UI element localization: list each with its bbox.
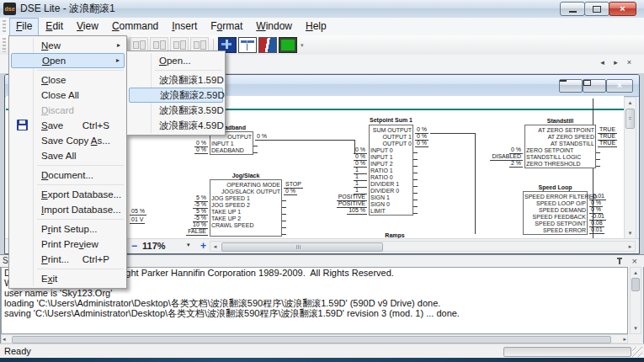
file-menu-item-save-all[interactable]: Save All bbox=[11, 148, 125, 163]
scroll-left-icon[interactable]: ◂ bbox=[3, 335, 6, 343]
open-submenu-item-2-59d[interactable]: 波浪翻滚2.59D bbox=[129, 88, 223, 103]
file-menu-item-document[interactable]: Document... bbox=[11, 168, 125, 183]
menubar-item-command[interactable]: Command bbox=[105, 18, 165, 35]
file-menu-item-new[interactable]: New▸ bbox=[11, 38, 125, 53]
block-param-value[interactable]: 0 % bbox=[255, 133, 269, 141]
file-menu-item-print-preview[interactable]: Print Preview bbox=[11, 237, 125, 252]
file-menu: New▸Open▸CloseClose AllDiscardSaveCtrl+S… bbox=[8, 35, 127, 289]
scroll-right-icon[interactable]: ▸ bbox=[623, 335, 626, 343]
block-row-label: INPUT 0 bbox=[370, 147, 412, 154]
block-row-label: SPEED ERROR bbox=[524, 227, 586, 234]
open-submenu-item-3-59d[interactable]: 波浪翻滚3.59D bbox=[129, 103, 223, 118]
connector-tick bbox=[596, 152, 600, 153]
document-close-button[interactable]: × bbox=[606, 79, 633, 93]
file-menu-item-export-database[interactable]: Export Database... bbox=[11, 187, 125, 202]
window-titlebar: dse DSE Lite - 波浪翻滚1 × bbox=[0, 0, 644, 19]
language-flag-icon[interactable] bbox=[258, 37, 277, 53]
output-horizontal-scrollbar[interactable]: ◂ ▸ bbox=[1, 334, 628, 343]
block-param-value[interactable]: 0 % bbox=[415, 140, 428, 147]
block-title-jog-slack: Jog/Slack bbox=[191, 172, 301, 179]
zoom-level[interactable]: 117% bbox=[142, 240, 166, 252]
connector-tick bbox=[413, 206, 418, 207]
toolbar-gripper[interactable] bbox=[3, 38, 6, 52]
connector-tick bbox=[282, 200, 286, 201]
connector-tick bbox=[282, 207, 286, 208]
close-icon: × bbox=[617, 81, 622, 90]
block-param-value[interactable]: TRUE bbox=[598, 140, 617, 147]
monitor-online-icon[interactable] bbox=[279, 37, 297, 53]
block-row-label: CRAWL SPEED bbox=[211, 222, 280, 229]
horizontal-scroll-thumb[interactable] bbox=[221, 242, 383, 252]
document-restore-button[interactable] bbox=[583, 79, 606, 93]
file-menu-item-exit[interactable]: Exit bbox=[11, 271, 125, 286]
scroll-up-icon[interactable]: ▴ bbox=[625, 98, 636, 108]
file-menu-item-import-database[interactable]: Import Database... bbox=[11, 202, 125, 217]
horizontal-scroll-thumb[interactable] bbox=[12, 336, 611, 343]
file-menu-item-print[interactable]: Print...Ctrl+P bbox=[11, 252, 125, 267]
zoom-in-button[interactable]: + bbox=[198, 240, 209, 252]
scroll-right-icon[interactable]: ▸ bbox=[625, 242, 635, 251]
scroll-down-icon[interactable]: ▾ bbox=[625, 228, 636, 238]
file-menu-label: Import Database... bbox=[41, 205, 121, 215]
minimize-button[interactable] bbox=[560, 2, 585, 16]
menubar-item-insert[interactable]: Insert bbox=[165, 18, 204, 35]
database-table-icon[interactable] bbox=[238, 37, 257, 53]
scroll-down-icon[interactable]: ▾ bbox=[631, 323, 641, 333]
mdi-close-document-icon[interactable]: × bbox=[625, 58, 634, 67]
block-row-label: RATIO 0 bbox=[370, 174, 412, 181]
document-horizontal-scrollbar[interactable]: ◂ ▸ bbox=[210, 241, 636, 252]
document-vertical-scrollbar[interactable]: ▴ ▾ bbox=[624, 97, 636, 239]
scroll-left-icon[interactable]: ◂ bbox=[210, 242, 220, 251]
block-param-value[interactable]: 0.01 bbox=[589, 226, 604, 234]
block-row-label: DIVIDER 0 bbox=[370, 188, 412, 194]
menubar-item-help[interactable]: Help bbox=[299, 18, 333, 35]
open-submenu-item-open[interactable]: Open... bbox=[129, 53, 223, 68]
menubar-gripper[interactable] bbox=[3, 20, 6, 33]
menubar-item-format[interactable]: Format bbox=[204, 18, 249, 35]
maximize-icon bbox=[593, 6, 601, 13]
toolbar-separator bbox=[213, 39, 214, 51]
menubar-item-window[interactable]: Window bbox=[249, 18, 299, 35]
vertical-scroll-thumb[interactable] bbox=[631, 278, 640, 291]
connector-tick bbox=[413, 173, 418, 173]
zoom-dropdown-icon[interactable]: ▾ bbox=[187, 242, 190, 248]
block-row-label: STANDSTILL LOGIC bbox=[526, 154, 594, 161]
file-menu-item-open[interactable]: Open▸ bbox=[11, 53, 125, 68]
connector-tick bbox=[282, 214, 286, 215]
close-button[interactable]: × bbox=[609, 2, 636, 16]
mdi-scroll-left-icon[interactable]: ◂ bbox=[598, 58, 607, 67]
file-menu-item-print-setup[interactable]: Print Setup... bbox=[11, 221, 125, 237]
mdi-scroll-right-icon[interactable]: ▸ bbox=[611, 58, 620, 67]
menubar-item-view[interactable]: View bbox=[70, 18, 105, 35]
file-menu-label: Print Preview bbox=[41, 239, 98, 249]
output-close-icon[interactable]: × bbox=[632, 255, 637, 267]
file-menu-item-close-all[interactable]: Close All bbox=[11, 88, 125, 103]
file-menu-label: Save bbox=[41, 120, 63, 130]
block-row-label: JOG/SLACK OUTPUT bbox=[211, 189, 280, 195]
pin-icon[interactable] bbox=[616, 258, 623, 265]
block-param-value[interactable]: 2 % bbox=[509, 160, 523, 168]
scroll-up-icon[interactable]: ▴ bbox=[631, 268, 641, 278]
block-param-value[interactable]: 105 % bbox=[347, 207, 367, 215]
menubar-item-file[interactable]: File bbox=[9, 18, 39, 36]
open-submenu-item-1-59d[interactable]: 波浪翻滚1.59D bbox=[129, 72, 223, 88]
block-row-label: SUM OUTPUT bbox=[370, 127, 412, 134]
connector-tick bbox=[282, 221, 286, 221]
resize-grip[interactable] bbox=[632, 347, 642, 357]
file-menu-shortcut: Ctrl+S bbox=[82, 118, 109, 133]
maximize-button[interactable] bbox=[584, 2, 609, 16]
file-menu-item-save[interactable]: SaveCtrl+S bbox=[11, 118, 125, 133]
block-param-value[interactable]: 0 % bbox=[284, 188, 297, 195]
open-submenu-item-4-59d[interactable]: 波浪翻滚4.59D bbox=[129, 118, 223, 133]
document-minimize-button[interactable] bbox=[559, 79, 583, 93]
menubar-item-edit[interactable]: Edit bbox=[39, 18, 70, 35]
block-row-label: SPEED SETPOINT bbox=[524, 221, 586, 227]
zoom-out-button[interactable]: − bbox=[129, 240, 140, 252]
file-menu-item-save-copy-as[interactable]: Save Copy As... bbox=[11, 133, 125, 148]
toolbar-overflow-icon[interactable]: ▾ bbox=[301, 42, 304, 49]
block-param-value[interactable]: 0 % bbox=[194, 146, 208, 154]
block-param-value[interactable]: FALSE bbox=[186, 228, 208, 236]
file-menu-item-close[interactable]: Close bbox=[11, 72, 125, 88]
vertical-scroll-thumb[interactable] bbox=[625, 109, 635, 129]
output-vertical-scrollbar[interactable]: ▴ ▾ bbox=[630, 267, 641, 334]
